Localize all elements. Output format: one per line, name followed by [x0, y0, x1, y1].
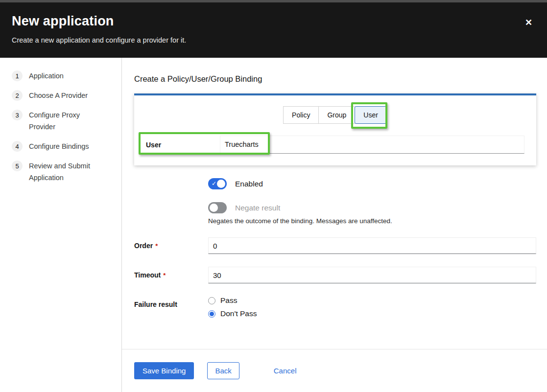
- toggle-knob: [210, 204, 218, 212]
- back-button[interactable]: Back: [207, 362, 239, 379]
- sidebar-item-choose-provider[interactable]: 2 Choose A Provider: [12, 90, 121, 101]
- required-marker: *: [163, 272, 166, 279]
- step-number-badge: 5: [12, 161, 23, 171]
- radio-selected-icon[interactable]: [208, 310, 215, 318]
- step-number-badge: 3: [12, 110, 23, 120]
- user-field-row: User Truecharts: [146, 136, 524, 154]
- user-select[interactable]: Truecharts: [220, 136, 524, 154]
- step-label: Choose A Provider: [29, 90, 88, 101]
- page-title: Create a Policy/User/Group Binding: [134, 73, 536, 84]
- toggle-knob: [217, 180, 225, 188]
- step-number-badge: 1: [12, 70, 23, 81]
- radio-unselected-icon[interactable]: [208, 297, 215, 304]
- binding-type-tabs: Policy Group User: [146, 106, 524, 124]
- tab-user[interactable]: User: [355, 106, 387, 124]
- step-number-badge: 2: [12, 90, 23, 101]
- timeout-field-label: Timeout*: [134, 267, 208, 283]
- close-icon[interactable]: ✕: [523, 16, 534, 29]
- failure-result-row: Failure result Pass Don't Pass: [134, 296, 536, 323]
- radio-label: Pass: [220, 296, 237, 305]
- sidebar-item-application[interactable]: 1 Application: [12, 70, 121, 82]
- order-input[interactable]: [208, 237, 536, 254]
- cancel-button[interactable]: Cancel: [271, 366, 300, 375]
- sidebar-item-configure-bindings[interactable]: 4 Configure Bindings: [12, 140, 121, 152]
- failure-result-option-dont-pass[interactable]: Don't Pass: [208, 309, 536, 318]
- required-marker: *: [155, 242, 158, 250]
- radio-label: Don't Pass: [220, 309, 257, 318]
- binding-form: ✓ Enabled Negate result Negates the outc…: [134, 178, 536, 323]
- spacer: [134, 202, 208, 225]
- wizard-steps-sidebar: 1 Application 2 Choose A Provider 3 Conf…: [0, 58, 122, 392]
- sidebar-item-review-submit[interactable]: 5 Review and Submit Application: [12, 160, 121, 184]
- negate-result-toggle[interactable]: [208, 202, 227, 213]
- user-field-label: User: [146, 136, 220, 154]
- negate-result-toggle-label: Negate result: [235, 204, 280, 212]
- spacer: [134, 178, 208, 189]
- sidebar-item-configure-proxy-provider[interactable]: 3 Configure Proxy Provider: [12, 109, 121, 133]
- timeout-input[interactable]: [208, 267, 536, 283]
- save-binding-button[interactable]: Save Binding: [134, 362, 194, 379]
- modal-header: New application Create a new application…: [0, 2, 547, 58]
- enabled-toggle-label: Enabled: [235, 180, 263, 188]
- tab-policy[interactable]: Policy: [283, 106, 319, 124]
- enabled-toggle-row: ✓ Enabled: [134, 178, 536, 189]
- negate-toggle-row: Negate result Negates the outcome of the…: [134, 202, 536, 225]
- modal-subtitle: Create a new application and configure a…: [12, 36, 535, 44]
- timeout-field-row: Timeout*: [134, 267, 536, 283]
- order-field-label: Order*: [134, 237, 208, 254]
- failure-result-option-pass[interactable]: Pass: [208, 296, 536, 305]
- modal-footer: Save Binding Back Cancel: [134, 349, 536, 379]
- order-field-row: Order*: [134, 237, 536, 254]
- failure-result-label: Failure result: [134, 296, 208, 323]
- binding-target-card: Policy Group User User Truecharts: [134, 93, 536, 165]
- negate-result-help-text: Negates the outcome of the binding. Mess…: [208, 217, 536, 225]
- step-label: Application: [29, 70, 64, 82]
- step-label: Configure Proxy Provider: [29, 109, 103, 133]
- wizard-step-content: Create a Policy/User/Group Binding Polic…: [122, 58, 547, 392]
- step-label: Configure Bindings: [29, 140, 89, 152]
- enabled-toggle[interactable]: ✓: [208, 178, 227, 189]
- step-label: Review and Submit Application: [29, 160, 103, 184]
- step-number-badge: 4: [12, 141, 23, 152]
- tab-group[interactable]: Group: [318, 106, 355, 124]
- modal-title: New application: [12, 14, 535, 29]
- check-icon: ✓: [212, 180, 216, 188]
